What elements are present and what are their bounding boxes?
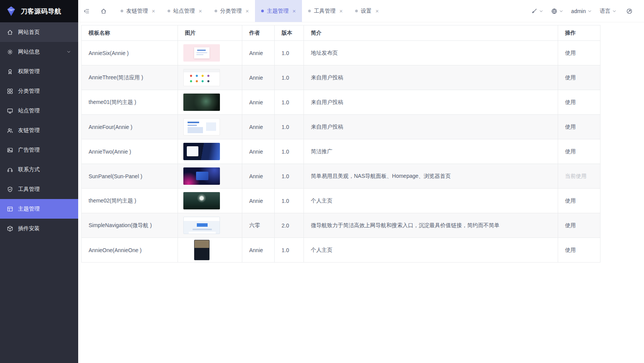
template-row: AnnieSix(Annie )Annie1.0地址发布页使用	[82, 41, 600, 65]
template-description-cell: 来自用户投稿	[304, 65, 558, 90]
use-button[interactable]: 使用	[565, 247, 576, 253]
template-name: AnnieFour(Annie )	[89, 124, 132, 130]
tab-themes[interactable]: 主题管理×	[255, 0, 302, 22]
template-action-cell: 使用	[558, 90, 600, 115]
tab-close-icon[interactable]: ×	[339, 8, 343, 14]
sidebar-item-label: 友链管理	[18, 127, 40, 134]
sidebar-item-label: 网站首页	[18, 29, 40, 36]
template-author-cell: Annie	[242, 90, 275, 115]
template-version: 2.0	[282, 222, 289, 229]
sidebar-item-tools[interactable]: 工具管理	[0, 179, 78, 199]
template-version-cell: 1.0	[275, 115, 304, 139]
template-name: theme01(简约主题 )	[89, 99, 136, 105]
use-button[interactable]: 使用	[565, 99, 576, 105]
template-author: Annie	[249, 124, 263, 130]
tab-label: 设置	[361, 8, 372, 15]
template-author-cell: Annie	[242, 238, 275, 263]
tab-categories[interactable]: 分类管理×	[208, 0, 255, 22]
app-window: 刀客源码导航 友链管理×站点管理×分类管理×主题管理×工具管理×设置× admi…	[0, 0, 644, 363]
globe-language-dropdown[interactable]	[548, 0, 567, 22]
sidebar-item-label: 联系方式	[18, 166, 40, 173]
topbar-right: admin 语言	[528, 0, 644, 22]
sidebar-item-label: 广告管理	[18, 147, 40, 154]
column-header: 图片	[178, 25, 242, 41]
template-description-cell: 来自用户投稿	[304, 90, 558, 115]
column-header: 模板名称	[82, 25, 178, 41]
tab-label: 站点管理	[173, 8, 195, 15]
topbar: 友链管理×站点管理×分类管理×主题管理×工具管理×设置× admin 语言	[78, 0, 644, 22]
template-author: Annie	[249, 75, 263, 81]
template-description: 来自用户投稿	[311, 74, 343, 80]
home-breadcrumb-button[interactable]	[95, 0, 112, 22]
tab-close-icon[interactable]: ×	[199, 8, 202, 14]
template-image-cell	[178, 213, 242, 238]
template-name: theme02(简约主题 )	[89, 197, 136, 204]
tab-settings[interactable]: 设置×	[349, 0, 385, 22]
tab-label: 工具管理	[314, 8, 335, 15]
use-button[interactable]: 使用	[565, 148, 576, 154]
sidebar-item-label: 站点管理	[18, 107, 40, 114]
globe-icon	[551, 8, 557, 14]
template-author-cell: 六零	[242, 213, 275, 238]
use-button[interactable]: 使用	[565, 222, 576, 228]
sidebar-item-friend-links[interactable]: 友链管理	[0, 120, 78, 140]
template-name-cell: AnnieThree(简洁应用 )	[82, 65, 178, 90]
template-description-cell: 个人主页	[304, 189, 558, 213]
user-name: admin	[571, 8, 586, 14]
user-dropdown[interactable]: admin	[568, 0, 595, 22]
template-thumbnail	[183, 94, 220, 111]
sidebar-item-plugins[interactable]: 插件安装	[0, 219, 78, 238]
tab-sites[interactable]: 站点管理×	[161, 0, 208, 22]
use-button[interactable]: 使用	[565, 197, 576, 204]
template-name-cell: AnnieOne(AnnieOne )	[82, 238, 178, 263]
template-author-cell: Annie	[242, 139, 275, 164]
template-thumbnail	[183, 167, 220, 185]
sidebar-item-categories[interactable]: 分类管理	[0, 81, 78, 101]
sidebar-item-contact[interactable]: 联系方式	[0, 160, 78, 179]
language-dropdown[interactable]: 语言	[596, 0, 620, 22]
tab-close-icon[interactable]: ×	[152, 8, 155, 14]
template-version: 1.0	[282, 50, 289, 56]
tab-label: 分类管理	[220, 8, 242, 15]
badge-icon	[7, 69, 13, 75]
template-version: 1.0	[282, 99, 289, 105]
tab-tools[interactable]: 工具管理×	[302, 0, 349, 22]
template-image-cell	[178, 65, 242, 90]
use-button[interactable]: 使用	[565, 74, 576, 80]
clear-cache-dropdown[interactable]	[528, 0, 547, 22]
tab-close-icon[interactable]: ×	[292, 8, 296, 14]
tab-label: 主题管理	[267, 8, 288, 15]
sidebar-item-site-info[interactable]: 网站信息	[0, 42, 78, 62]
tab-close-icon[interactable]: ×	[246, 8, 249, 14]
use-button[interactable]: 使用	[565, 50, 576, 56]
tab-close-icon[interactable]: ×	[376, 8, 379, 14]
template-version: 1.0	[282, 149, 289, 155]
column-header: 作者	[242, 25, 275, 41]
template-name-cell: AnnieFour(Annie )	[82, 115, 178, 139]
sidebar-item-themes[interactable]: 主题管理	[0, 199, 78, 219]
sidebar-item-ads[interactable]: 广告管理	[0, 140, 78, 160]
main-content: 模板名称图片作者版本简介操作 AnnieSix(Annie )Annie1.0地…	[78, 22, 644, 363]
sidebar-item-sites[interactable]: 站点管理	[0, 101, 78, 120]
use-button[interactable]: 使用	[565, 124, 576, 130]
template-name: AnnieTwo(Annie )	[89, 149, 131, 155]
template-row: AnnieOne(AnnieOne )Annie1.0个人主页使用	[82, 238, 600, 263]
brush-icon	[531, 8, 537, 14]
template-description-cell: 地址发布页	[304, 41, 558, 65]
sidebar-collapse-button[interactable]	[78, 0, 95, 22]
template-author-cell: Annie	[242, 189, 275, 213]
template-row: theme02(简约主题 )Annie1.0个人主页使用	[82, 189, 600, 213]
sidebar-item-permissions[interactable]: 权限管理	[0, 62, 78, 81]
fullscreen-button[interactable]	[621, 8, 638, 14]
users-icon	[7, 127, 13, 134]
sidebar-item-home[interactable]: 网站首页	[0, 22, 78, 42]
home-icon	[7, 29, 13, 35]
template-version-cell: 1.0	[275, 90, 304, 115]
template-image-cell	[178, 41, 242, 65]
template-description: 地址发布页	[311, 50, 338, 56]
sidebar-item-label: 权限管理	[18, 68, 40, 75]
tab-state-dot	[121, 10, 123, 12]
tab-friend-links[interactable]: 友链管理×	[114, 0, 161, 22]
grid-icon	[7, 88, 13, 94]
fullscreen-icon	[626, 8, 632, 14]
